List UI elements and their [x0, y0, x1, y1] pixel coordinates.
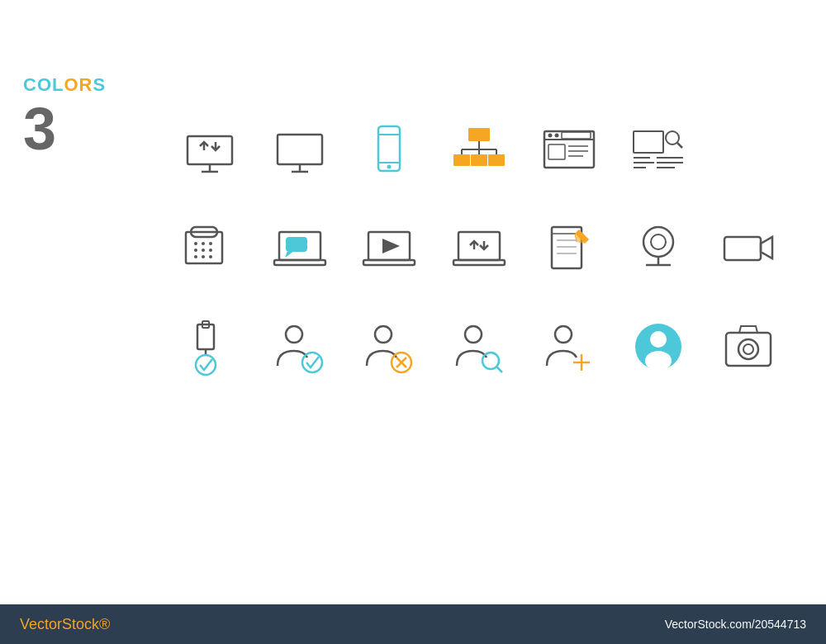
header-label: COLORS 3	[23, 74, 106, 159]
svg-point-92	[650, 331, 667, 348]
svg-rect-12	[468, 128, 490, 141]
svg-point-48	[202, 255, 205, 258]
icon-monitor-transfer	[165, 99, 255, 198]
or-text: OR	[64, 74, 93, 95]
svg-point-43	[209, 242, 212, 245]
svg-line-87	[496, 367, 502, 372]
icon-notebook-pencil	[524, 198, 614, 297]
svg-rect-16	[453, 154, 470, 166]
svg-rect-54	[363, 260, 415, 265]
svg-point-79	[286, 326, 302, 343]
svg-point-46	[209, 249, 212, 252]
svg-rect-57	[453, 260, 505, 265]
svg-point-49	[209, 255, 212, 258]
icon-user-add	[524, 297, 614, 396]
svg-rect-51	[274, 260, 325, 265]
svg-marker-55	[382, 239, 400, 253]
svg-rect-21	[544, 131, 594, 168]
registered-symbol: ®	[99, 616, 110, 632]
svg-point-96	[743, 344, 753, 354]
col-text: COL	[23, 74, 64, 95]
icon-document-search	[614, 99, 704, 198]
icon-user-avatar	[614, 297, 704, 396]
icon-usb-check	[165, 297, 255, 396]
svg-rect-5	[278, 135, 322, 164]
icon-video-camera	[703, 198, 793, 297]
icon-laptop-play	[344, 198, 434, 297]
svg-rect-25	[562, 132, 591, 139]
vectorstock-logo: VectorStock®	[20, 616, 110, 633]
svg-point-70	[651, 234, 666, 249]
svg-point-44	[194, 249, 197, 252]
svg-point-69	[643, 227, 673, 257]
svg-rect-20	[488, 154, 505, 166]
icon-empty-1	[703, 99, 793, 198]
logo-text: VectorStock	[20, 616, 99, 632]
svg-point-41	[194, 242, 197, 245]
svg-point-78	[196, 355, 216, 375]
svg-rect-52	[286, 237, 307, 252]
svg-rect-73	[724, 237, 761, 260]
icon-laptop-transfer	[434, 198, 525, 297]
bottom-bar: VectorStock® VectorStock.com/20544713	[0, 604, 826, 644]
svg-point-85	[465, 326, 482, 343]
vectorstock-url: VectorStock.com/20544713	[665, 618, 806, 631]
svg-point-93	[645, 351, 672, 371]
svg-rect-0	[188, 136, 232, 164]
svg-point-45	[202, 249, 205, 252]
icon-user-search	[434, 297, 525, 396]
icon-webcam	[614, 198, 704, 297]
svg-point-11	[387, 165, 392, 169]
svg-marker-74	[761, 237, 772, 258]
svg-line-32	[677, 143, 682, 148]
svg-rect-94	[726, 333, 771, 366]
svg-point-31	[666, 131, 679, 144]
icons-grid	[165, 99, 793, 396]
icon-user-remove	[344, 297, 434, 396]
svg-point-23	[548, 134, 552, 138]
svg-rect-56	[458, 232, 500, 260]
icon-browser	[524, 99, 614, 198]
svg-rect-8	[378, 126, 400, 171]
svg-rect-26	[548, 144, 565, 159]
svg-point-24	[554, 134, 558, 138]
icon-laptop-chat	[255, 198, 345, 297]
svg-rect-30	[634, 131, 663, 153]
icon-network	[434, 99, 525, 198]
svg-point-80	[302, 353, 322, 372]
icon-camera	[703, 297, 793, 396]
s-text: S	[93, 74, 106, 95]
number-label: 3	[23, 99, 106, 159]
svg-rect-18	[471, 154, 487, 166]
svg-point-88	[555, 326, 572, 343]
svg-point-47	[194, 255, 197, 258]
icon-user-approved	[255, 297, 345, 396]
svg-point-81	[375, 326, 392, 343]
svg-point-42	[202, 242, 205, 245]
icon-telephone	[165, 198, 255, 297]
svg-point-95	[738, 339, 758, 359]
icon-monitor	[255, 99, 345, 198]
icon-smartphone	[344, 99, 434, 198]
